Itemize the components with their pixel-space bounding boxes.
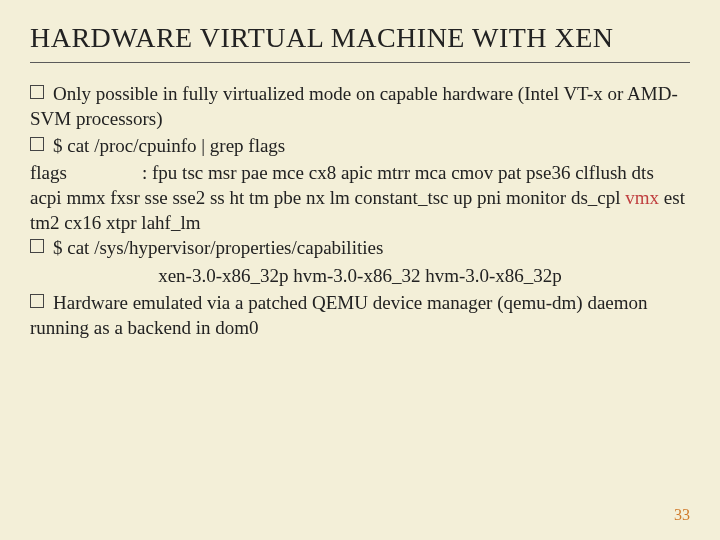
bullet-item: Hardware emulated via a patched QEMU dev… bbox=[30, 290, 690, 340]
bullet-text: Hardware emulated via a patched QEMU dev… bbox=[30, 292, 648, 338]
bullet-text: Only possible in fully virtualized mode … bbox=[30, 83, 678, 129]
bullet-item: $ cat /sys/hypervisor/properties/capabil… bbox=[30, 235, 690, 260]
square-bullet-icon bbox=[30, 239, 44, 253]
title-rule bbox=[30, 62, 690, 63]
slide-body: Only possible in fully virtualized mode … bbox=[30, 81, 690, 340]
square-bullet-icon bbox=[30, 85, 44, 99]
flags-label: flags bbox=[30, 160, 142, 185]
square-bullet-icon bbox=[30, 294, 44, 308]
square-bullet-icon bbox=[30, 137, 44, 151]
bullet-item: $ cat /proc/cpuinfo | grep flags bbox=[30, 133, 690, 158]
page-title: HARDWARE VIRTUAL MACHINE WITH XEN bbox=[30, 22, 690, 54]
page-number: 33 bbox=[674, 506, 690, 524]
bullet-item: Only possible in fully virtualized mode … bbox=[30, 81, 690, 131]
flags-sep: : bbox=[142, 162, 152, 183]
slide: HARDWARE VIRTUAL MACHINE WITH XEN Only p… bbox=[0, 0, 720, 540]
capabilities-output: xen-3.0-x86_32p hvm-3.0-x86_32 hvm-3.0-x… bbox=[30, 263, 690, 288]
flags-output: flags: fpu tsc msr pae mce cx8 apic mtrr… bbox=[30, 160, 690, 235]
flags-highlight: vmx bbox=[625, 187, 659, 208]
bullet-text: $ cat /sys/hypervisor/properties/capabil… bbox=[53, 237, 383, 258]
bullet-text: $ cat /proc/cpuinfo | grep flags bbox=[53, 135, 285, 156]
